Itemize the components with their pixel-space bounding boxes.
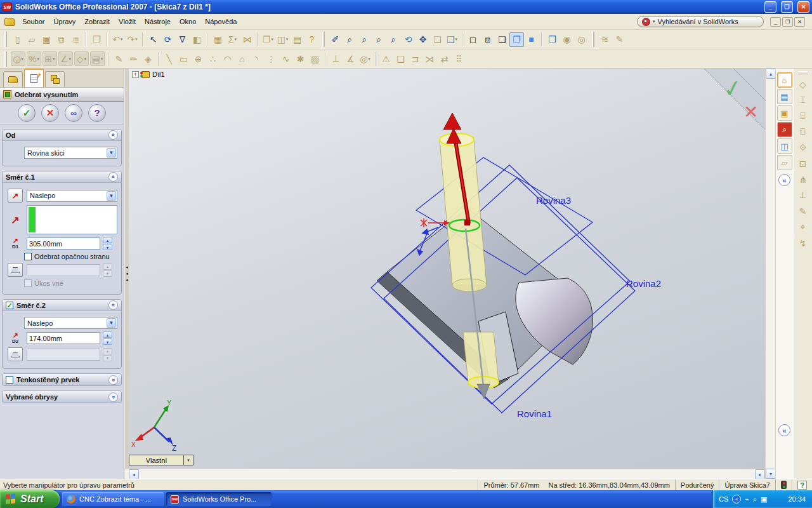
make-drawing-button[interactable]: ⧉ xyxy=(54,32,69,47)
task-pane-collapse-button[interactable]: « xyxy=(778,174,790,186)
scroll-down-button[interactable]: ▾ xyxy=(766,469,776,479)
direction2-checkbox[interactable]: ✓ xyxy=(6,302,13,309)
end-condition2-combo[interactable]: Naslepo ▼ xyxy=(24,317,117,329)
menu-vlozit[interactable]: Vložit xyxy=(114,16,140,27)
solidworks-menu-icon[interactable] xyxy=(4,18,15,26)
spline-button[interactable]: ∿ xyxy=(278,51,293,66)
thin-feature-checkbox[interactable] xyxy=(6,376,13,384)
toolbar-collapse-button[interactable]: « xyxy=(778,424,790,436)
zoom-fit-button[interactable]: ⌕ xyxy=(343,32,357,47)
featuremanager-tab[interactable] xyxy=(3,71,23,87)
direction1-manipulator-arrow[interactable] xyxy=(443,113,461,130)
trim-button[interactable]: ⋊ xyxy=(422,51,437,66)
quick-tips-icon[interactable]: ? xyxy=(797,481,807,490)
restore-button[interactable]: ❐ xyxy=(781,1,793,13)
standard-views-button[interactable]: ❏ xyxy=(430,32,445,47)
auto-relations-button[interactable]: ∡ xyxy=(343,51,358,66)
orientation-dropdown-icon[interactable]: ▾ xyxy=(183,455,193,465)
draft1-button[interactable] xyxy=(8,263,23,277)
flyout-scale-button[interactable]: %▾ xyxy=(27,51,41,66)
detailed-preview-button[interactable]: ∞ xyxy=(65,104,82,122)
depth2-input[interactable] xyxy=(27,332,100,344)
rotate-view-button[interactable]: ⟲ xyxy=(401,32,416,47)
three-point-arc-button[interactable]: ◝ xyxy=(249,51,264,66)
scroll-up-button[interactable]: ▴ xyxy=(766,69,776,79)
headlight-button[interactable]: ≋ xyxy=(598,32,612,47)
zoom-selection-button[interactable]: ⌕ xyxy=(386,32,401,47)
vertical-tool-2-button[interactable]: ⌶ xyxy=(796,92,811,108)
edit-color-button[interactable]: ✎ xyxy=(612,32,627,47)
collapse-group-button[interactable]: « xyxy=(108,172,118,182)
vertical-tool-4-button[interactable]: ⌼ xyxy=(796,124,811,140)
sketch-button[interactable]: ✎ xyxy=(112,51,126,66)
shadows-button[interactable]: ❒ xyxy=(545,32,560,47)
menu-nastroje[interactable]: Nástroje xyxy=(140,16,175,27)
flyout-erase-button[interactable]: ◇▾ xyxy=(74,51,89,66)
flyout-features-button[interactable]: ◶▾ xyxy=(11,51,25,66)
configurationmanager-tab[interactable] xyxy=(45,71,65,87)
combo-arrow-icon[interactable]: ▼ xyxy=(107,191,116,201)
ok-button[interactable]: ✓ xyxy=(18,104,36,122)
centerline-button[interactable]: ⋮ xyxy=(264,51,278,66)
point-button[interactable]: ✱ xyxy=(293,51,308,66)
design-library-tab[interactable]: ▤ xyxy=(777,89,792,104)
taskbar-task-firefox[interactable]: CNC Zobrazit téma - ... xyxy=(62,492,164,506)
network-icon[interactable]: ⌁ xyxy=(745,495,749,504)
search-dropdown-icon[interactable]: ▾ xyxy=(653,19,655,24)
mirror-button[interactable]: ⇄ xyxy=(437,51,452,66)
pointer-pen-button[interactable]: ✐ xyxy=(328,32,343,47)
propertymanager-tab[interactable] xyxy=(24,69,44,87)
viewport-vertical-scrollbar[interactable]: ▴ ▾ xyxy=(765,69,775,479)
sketch3d-button[interactable]: ✏ xyxy=(126,51,141,66)
corner-cancel-icon[interactable]: ✕ xyxy=(743,102,758,122)
options-button[interactable]: ▤ xyxy=(290,32,304,47)
circle-button[interactable]: ⊕ xyxy=(191,51,206,66)
documents-tab[interactable]: ▱ xyxy=(777,155,792,170)
spline-point-button[interactable]: ∴ xyxy=(206,51,220,66)
resources-tab[interactable]: ⌂ xyxy=(777,72,792,88)
vertical-tool-11-button[interactable]: ↯ xyxy=(796,235,811,251)
file-explorer-tab[interactable]: ▣ xyxy=(777,105,792,121)
note-button[interactable]: ⚠ xyxy=(379,51,393,66)
view-orientation-button[interactable]: ❐▾ xyxy=(261,32,275,47)
menu-soubor[interactable]: Soubor xyxy=(18,16,49,27)
view-orientation-cube-button[interactable]: ❑▾ xyxy=(445,32,459,47)
menu-upravy[interactable]: Úpravy xyxy=(49,16,80,27)
graphics-viewport[interactable]: Rovina3 Rovina2 Rovina1 Y X Z + Díl1 xyxy=(129,69,765,469)
draft2-button[interactable] xyxy=(8,347,23,361)
pan-button[interactable]: ✥ xyxy=(416,32,430,47)
expand-group-button[interactable]: « xyxy=(108,375,118,385)
menu-okno[interactable]: Okno xyxy=(175,16,200,27)
doc-restore-button[interactable]: ❐ xyxy=(782,17,793,27)
taskbar-task-solidworks[interactable]: SW SolidWorks Office Pro... xyxy=(166,492,272,506)
depth2-spinner[interactable]: ▴▾ xyxy=(103,331,112,345)
equations-button[interactable]: Σ▾ xyxy=(225,32,240,47)
split-window-button[interactable]: ◫▾ xyxy=(275,32,290,47)
flyout-modify-button[interactable]: ⊞▾ xyxy=(43,51,57,66)
flip-side-checkbox[interactable] xyxy=(24,253,32,260)
open-button[interactable]: ▱ xyxy=(25,32,39,47)
search-box[interactable]: ▾ Vyhledávání v SolidWorks xyxy=(637,16,764,27)
convert-entities-button[interactable]: ❑ xyxy=(393,51,408,66)
collapse-group-button[interactable]: « xyxy=(108,130,118,140)
flyout-measure-button[interactable]: ∠▾ xyxy=(58,51,73,66)
display-icon[interactable]: ▣ xyxy=(761,495,767,504)
expand-group-button[interactable]: « xyxy=(108,392,118,402)
menu-zobrazit[interactable]: Zobrazit xyxy=(80,16,114,27)
select-button[interactable]: ↖ xyxy=(146,32,160,47)
centerpoint-arc-button[interactable]: ◠ xyxy=(220,51,235,66)
make-assembly-button[interactable]: ⧈ xyxy=(69,32,83,47)
language-bar-collapse-icon[interactable]: « xyxy=(732,495,741,504)
depth1-spinner[interactable]: ▴▾ xyxy=(103,237,112,250)
save-button[interactable]: ▣ xyxy=(39,32,54,47)
toolbox-button[interactable]: ⋈ xyxy=(240,32,254,47)
exit-sketch-button[interactable]: ◈ xyxy=(141,51,155,66)
close-button[interactable]: ✕ xyxy=(797,1,809,13)
line-button[interactable]: ╲ xyxy=(162,51,176,66)
combo-arrow-icon[interactable]: ▼ xyxy=(107,318,116,328)
search-tray-icon[interactable]: ⌕ xyxy=(753,495,757,504)
vertical-tool-1-button[interactable]: ◇ xyxy=(796,76,811,92)
zoom-in-out-button[interactable]: ⌕ xyxy=(372,32,386,47)
panel-splitter[interactable]: ◂◂◂ xyxy=(124,69,129,479)
scroll-right-button[interactable]: ▸ xyxy=(755,469,765,479)
